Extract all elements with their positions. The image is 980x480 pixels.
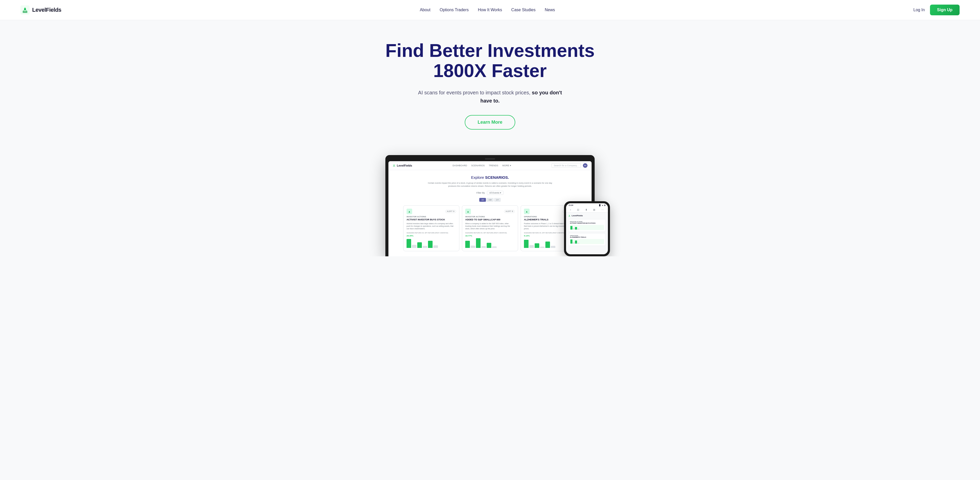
bar-spy-1c: [433, 246, 438, 248]
bar-group-2d: [481, 246, 486, 248]
scenarios-title-plain: Explore: [471, 175, 485, 179]
phone-mini-chart-2: [570, 239, 604, 244]
phone-home-icon[interactable]: ⊡: [577, 208, 579, 211]
alert-badge-1[interactable]: ALERT ⚙: [445, 210, 456, 213]
phone-content: LevelFields INVESTOR ACTIONS ACTIVIST IN…: [566, 212, 608, 248]
app-logo-icon: [393, 164, 396, 167]
laptop-container: LevelFields DASHBOARD SCENARIOS TRENDS M…: [385, 155, 595, 256]
bar-group-2c: [476, 238, 480, 248]
card-body-2: When a company is added to the S&P 600 i…: [465, 222, 515, 230]
signup-button[interactable]: Sign Up: [930, 5, 959, 15]
scenarios-description: Certain events impact the price of a sto…: [393, 182, 587, 188]
battery-icon: ▮: [605, 204, 605, 206]
filter-label: Filter By: [476, 192, 485, 194]
bar-scenario-3a: [524, 240, 528, 248]
scenarios-content: Explore SCENARIOS. Certain events impact…: [388, 170, 592, 256]
app-nav-more[interactable]: MORE ▾: [502, 164, 511, 167]
scenario-card-activist: ▲ ALERT ⚙ INVESTOR ACTIONS ACTIVIST INVE…: [403, 205, 460, 251]
hero-title: Find Better Investments 1800X Faster: [385, 41, 595, 81]
bar-scenario-1b: [417, 242, 422, 248]
phone-statusbar: 11:24 ▐▌ ▲ ▮: [566, 203, 608, 208]
nav-about[interactable]: About: [420, 8, 431, 12]
phone-bar-3: [575, 227, 577, 230]
app-nav-scenarios[interactable]: SCENARIOS: [471, 164, 485, 167]
scenarios-section-title: Explore SCENARIOS.: [393, 175, 587, 179]
wifi-icon: ▲: [602, 204, 604, 206]
nav-options-traders[interactable]: Options Traders: [440, 8, 469, 12]
bar-spy-3c: [551, 246, 555, 248]
mockup-section: LevelFields DASHBOARD SCENARIOS TRENDS M…: [0, 145, 980, 256]
bar-scenario-2a: [465, 241, 470, 248]
bar-group-1b: [412, 245, 417, 248]
phone-bar-6: [573, 242, 575, 244]
phone-more-icon[interactable]: ⋯: [601, 208, 604, 211]
laptop-frame: LevelFields DASHBOARD SCENARIOS TRENDS M…: [385, 155, 595, 256]
time-tabs: 1D 1W 1Y: [393, 198, 587, 202]
phone-card-2: OPERATIONS ALZHEIMER'S TRIALS: [568, 233, 606, 246]
bar-scenario-1c: [428, 241, 433, 248]
time-tab-1w[interactable]: 1W: [487, 198, 493, 202]
nav-links: About Options Traders How It Works Case …: [420, 8, 555, 12]
chart-bars-2: [465, 238, 515, 248]
card-title-1: ACTIVIST INVESTOR BUYS STOCK: [407, 218, 456, 221]
filter-dropdown[interactable]: All Events ▾: [487, 191, 504, 195]
hero-subtitle-normal: AI scans for events proven to impact sto…: [418, 90, 530, 95]
logo-link[interactable]: LevelFields: [21, 5, 61, 14]
chart-label-1: SCENARIO RETURN VS. SPY RETURN (PAST 3 M…: [407, 232, 456, 234]
bar-group-2e: [487, 243, 491, 248]
bar-spy-1a: [412, 245, 417, 248]
hero-title-line2: 1800X Faster: [433, 60, 547, 81]
app-logo-small: LevelFields: [393, 164, 412, 167]
scenario-cards-row: ▲ ALERT ⚙ INVESTOR ACTIONS ACTIVIST INVE…: [393, 205, 587, 251]
navbar: LevelFields About Options Traders How It…: [0, 0, 980, 20]
card-top-2: ▲ ALERT ⚙: [465, 209, 515, 214]
nav-news[interactable]: News: [545, 8, 555, 12]
laptop-screen: LevelFields DASHBOARD SCENARIOS TRENDS M…: [388, 161, 592, 256]
bar-group-2b: [471, 246, 475, 248]
bar-spy-3b: [540, 247, 545, 248]
nav-case-studies[interactable]: Case Studies: [511, 8, 535, 12]
bar-scenario-2c: [487, 243, 491, 248]
bar-group-3f: [551, 246, 555, 248]
filter-bar: Filter By All Events ▾: [393, 191, 587, 195]
scenarios-title-bold: SCENARIOS.: [485, 175, 509, 179]
user-avatar[interactable]: SH: [583, 163, 587, 168]
login-button[interactable]: Log In: [913, 8, 924, 12]
phone-bar-2: [573, 228, 575, 230]
chart-label-2: SCENARIO RETURN VS. SPY RETURN (PAST 3 M…: [465, 232, 515, 234]
hero-subtitle: AI scans for events proven to impact sto…: [414, 89, 566, 105]
time-tab-1y[interactable]: 1Y: [494, 198, 501, 202]
hero-section: Find Better Investments 1800X Faster AI …: [0, 20, 980, 145]
bar-group-3e: [546, 242, 550, 248]
time-tab-1d[interactable]: 1D: [479, 198, 486, 202]
learn-more-button[interactable]: Learn More: [465, 115, 515, 130]
app-search[interactable]: Search for a Company...: [552, 163, 581, 168]
phone-bookmark-icon[interactable]: ⊞: [593, 208, 595, 211]
phone-card-title-2: ALZHEIMER'S TRIALS: [570, 236, 604, 238]
phone-time: 11:24: [569, 204, 573, 206]
phone-share-icon[interactable]: ⬆: [585, 208, 587, 211]
card-icon-2: ▲: [465, 209, 471, 214]
logo-icon: [21, 5, 30, 14]
bar-spy-1b: [423, 246, 427, 248]
bar-group-2f: [492, 246, 496, 248]
card-title-2: ADDED TO S&P SMALLCAP 600: [465, 218, 515, 221]
app-nav-dashboard[interactable]: DASHBOARD: [452, 164, 467, 167]
phone-screen: 11:24 ▐▌ ▲ ▮ ‹ ⊡ ⬆ ⊞ ⋯: [566, 203, 608, 254]
phone-card-1: INVESTOR ACTIONS ACTIVIST INVESTOR BUYS …: [568, 219, 606, 232]
card-icon-1: ▲: [407, 209, 412, 214]
app-brand-name: LevelFields: [397, 164, 412, 167]
bar-group-3b: [529, 245, 534, 248]
bar-group-1a: [407, 239, 411, 248]
bar-group-3a: [524, 240, 528, 248]
app-navigation: DASHBOARD SCENARIOS TRENDS MORE ▾: [452, 164, 511, 167]
phone-bar-7: [575, 241, 577, 244]
phone-back-icon[interactable]: ‹: [570, 208, 571, 211]
app-nav-trends[interactable]: TRENDS: [489, 164, 498, 167]
nav-how-it-works[interactable]: How It Works: [478, 8, 502, 12]
alert-badge-2[interactable]: ALERT ⚙: [504, 210, 515, 213]
bar-group-3c: [535, 243, 539, 248]
app-bar: LevelFields DASHBOARD SCENARIOS TRENDS M…: [388, 161, 592, 170]
phone-bar-8: [577, 243, 579, 244]
phone-bar-4: [577, 228, 579, 230]
